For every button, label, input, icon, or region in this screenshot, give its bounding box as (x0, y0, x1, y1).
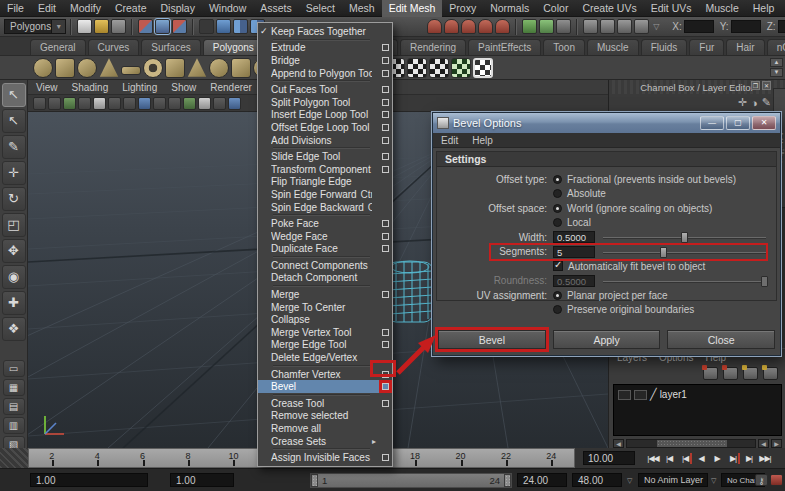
menu-item[interactable]: Split Polygon Tool ▸ (258, 96, 392, 109)
menu-item[interactable]: Insert Edge Loop Tool ▸ (258, 109, 392, 122)
history-icon[interactable] (522, 19, 537, 34)
shelf-tab[interactable]: General (30, 39, 86, 55)
shelf-scroll-down-icon[interactable]: ▼ (770, 68, 783, 77)
scrollbar-track[interactable] (626, 439, 756, 448)
divider[interactable] (576, 19, 578, 35)
snap-icon[interactable] (478, 19, 493, 34)
shelf-icon[interactable] (451, 58, 471, 78)
auto-fit-checkbox[interactable] (553, 261, 563, 271)
shelf-tab[interactable]: Rendering (400, 39, 466, 55)
shelf-icon[interactable] (165, 58, 185, 78)
animation-end-input[interactable]: 48.00 (572, 473, 622, 487)
selection-mode-icon[interactable] (216, 19, 231, 34)
option-box-icon[interactable] (382, 329, 389, 336)
tool-button[interactable]: ↻ (2, 187, 26, 211)
menubar-item[interactable]: Edit Mesh (382, 0, 443, 17)
shelf-icon[interactable] (187, 58, 207, 78)
layer-visibility-checkbox[interactable] (618, 390, 631, 400)
y-input[interactable] (731, 20, 761, 33)
layout-button[interactable]: ▤ (3, 398, 25, 415)
option-box-icon[interactable] (382, 371, 389, 378)
time-tick[interactable]: 8 (165, 449, 210, 467)
panel-toolbar-icon[interactable] (123, 97, 136, 110)
chevron-down-icon[interactable]: ▽ (627, 477, 632, 485)
option-box-icon[interactable] (382, 400, 389, 407)
menu-item[interactable]: Keep Faces Together ▸ (258, 25, 392, 38)
history-icon[interactable] (556, 19, 571, 34)
menubar-item[interactable]: Select (299, 0, 342, 17)
panel-toolbar-icon[interactable] (138, 97, 151, 110)
close-button[interactable]: ✕ (752, 116, 776, 130)
option-box-icon[interactable] (382, 153, 389, 160)
shelf-tab[interactable]: Fur (689, 39, 724, 55)
shelf-tab[interactable]: Muscle (587, 39, 639, 55)
menu-item[interactable]: Detach Component ▸ (258, 272, 392, 285)
tool-button[interactable]: ◰ (2, 213, 26, 237)
file-operation-icon[interactable] (77, 19, 92, 34)
menu-item[interactable]: Add Divisions ▸ (258, 134, 392, 147)
playback-button[interactable]: ▶| (725, 451, 741, 466)
maximize-button[interactable]: ▢ (726, 116, 750, 130)
menu-item[interactable]: Append to Polygon Tool ▸ (258, 67, 392, 80)
shelf-tab[interactable]: nCloth (767, 39, 785, 55)
divider[interactable] (192, 19, 194, 35)
layer-display-type-icon[interactable]: ╱ (650, 388, 657, 401)
option-box-icon[interactable] (382, 70, 389, 77)
selection-mode-icon[interactable] (233, 19, 248, 34)
panel-detach-icon[interactable]: ❐ (751, 81, 760, 90)
menu-item[interactable]: Offset Edge Loop Tool ▸ (258, 121, 392, 134)
menubar-item[interactable]: Assets (253, 0, 299, 17)
chevron-down-icon[interactable]: ▾ (51, 20, 65, 33)
menubar-item[interactable]: Color (536, 0, 575, 17)
shelf-icon[interactable] (55, 58, 75, 78)
time-tick[interactable]: 22 (483, 449, 528, 467)
panel-toolbar-icon[interactable] (48, 97, 61, 110)
width-input[interactable]: 0.5000 (553, 231, 595, 243)
scroll-left-icon[interactable]: ◀ (613, 439, 624, 448)
divider[interactable] (131, 19, 133, 35)
panel-toolbar-icon[interactable] (153, 97, 166, 110)
layer-playback-checkbox[interactable] (634, 390, 647, 400)
absolute-radio[interactable] (553, 189, 562, 198)
planar-radio[interactable] (553, 291, 562, 300)
playback-start-input[interactable]: 1.00 (170, 473, 234, 487)
playback-button[interactable]: ▶ (709, 451, 725, 466)
local-radio[interactable] (553, 218, 562, 227)
chevron-down-icon[interactable]: ▽ (711, 477, 716, 485)
layer-action-icon[interactable] (743, 367, 758, 380)
time-tick[interactable]: 2 (29, 449, 74, 467)
render-icon[interactable] (617, 19, 632, 34)
menu-set-selector[interactable]: Polygons ▾ (4, 19, 66, 34)
menu-item[interactable]: Poke Face ▸ (258, 217, 392, 230)
shelf-icon[interactable] (209, 58, 229, 78)
layer-row[interactable]: ╱ layer1 (614, 385, 781, 404)
scroll-left2-icon[interactable]: ◀ (758, 439, 769, 448)
playback-button[interactable]: ▶| (741, 451, 757, 466)
segments-slider-handle[interactable] (660, 247, 667, 258)
time-tick[interactable]: 18 (392, 449, 437, 467)
dialog-menu-item[interactable]: Help (472, 135, 493, 146)
menubar-item[interactable]: Edit (31, 0, 63, 17)
shelf-tab[interactable]: Surfaces (141, 39, 200, 55)
option-box-icon[interactable] (382, 86, 389, 93)
auto-key-icon[interactable]: ⚷ (755, 474, 768, 486)
menubar-item[interactable]: Modify (63, 0, 108, 17)
minimize-button[interactable]: — (700, 116, 724, 130)
menu-item[interactable]: Chamfer Vertex ▸ (258, 368, 392, 381)
panel-toolbar-icon[interactable] (93, 97, 106, 110)
file-operation-icon[interactable] (111, 19, 126, 34)
time-tick[interactable]: 4 (74, 449, 119, 467)
segments-input[interactable]: 5 (553, 246, 595, 258)
option-box-icon[interactable] (382, 454, 389, 461)
panel-toolbar-icon[interactable] (78, 97, 91, 110)
tool-button[interactable]: ✎ (2, 135, 26, 159)
menu-item[interactable]: Spin Edge ForwardCtrl+Alt+Right ▸ (258, 188, 392, 201)
menubar-item[interactable]: Edit UVs (644, 0, 699, 17)
menubar-item[interactable]: Create UVs (575, 0, 643, 17)
scrollbar-thumb[interactable] (657, 440, 727, 447)
menu-item[interactable]: Assign Invisible Faces ▸ (258, 451, 392, 464)
option-box-icon[interactable] (382, 137, 389, 144)
playback-button[interactable]: ◀ (693, 451, 709, 466)
menu-item[interactable]: Bridge ▸ (258, 54, 392, 67)
channel-box-tool-icon[interactable]: ✎ (762, 96, 771, 109)
